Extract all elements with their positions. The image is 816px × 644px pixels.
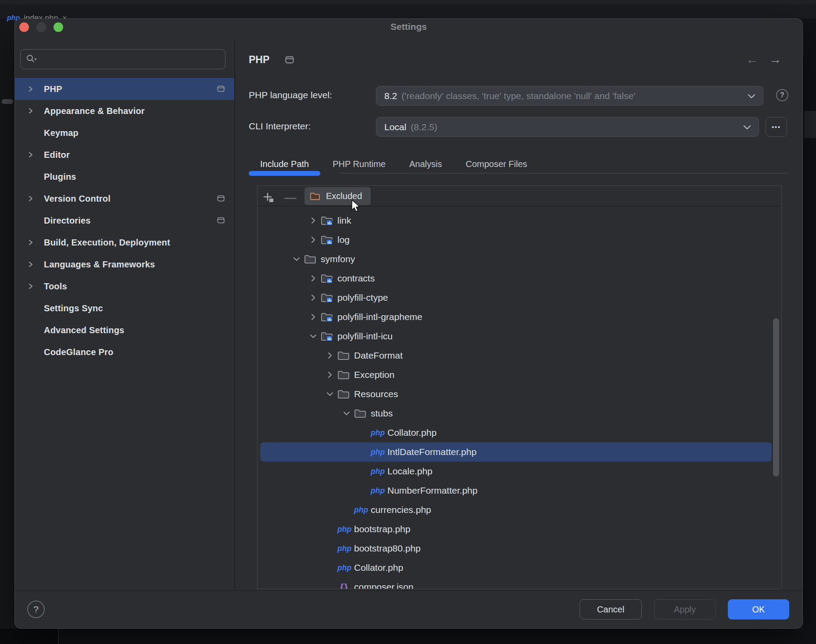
chevron-collapsed-icon[interactable] [308, 235, 318, 245]
cli-interpreter-more-button[interactable]: ••• [766, 117, 787, 137]
tree-row-link[interactable]: link [260, 211, 772, 230]
chevron-collapsed-icon[interactable] [325, 370, 335, 380]
chevron-collapsed-icon[interactable] [308, 216, 318, 225]
tree-row-polyfill-ctype[interactable]: polyfill-ctype [260, 288, 772, 307]
tree-row-composer-json[interactable]: { }composer.json [260, 577, 772, 589]
chevron-down-icon [747, 93, 756, 100]
chevron-collapsed-icon[interactable] [28, 283, 35, 290]
sidebar-item-advanced-settings[interactable]: Advanced Settings [14, 319, 234, 341]
chevron-collapsed-icon[interactable] [308, 274, 318, 283]
tree-row-polyfill-intl-icu[interactable]: polyfill-intl-icu [260, 327, 772, 346]
chevron-collapsed-icon[interactable] [28, 85, 35, 93]
search-icon [26, 54, 37, 65]
chevron-collapsed-icon[interactable] [28, 195, 35, 202]
apply-button[interactable]: Apply [654, 599, 716, 619]
tree-item-label: polyfill-ctype [337, 292, 388, 303]
sidebar-item-php[interactable]: PHP [14, 78, 234, 100]
chevron-collapsed-icon[interactable] [308, 293, 318, 302]
sidebar-item-label: Version Control [44, 194, 111, 204]
ok-button[interactable]: OK [728, 599, 789, 619]
dialog-title: Settings [14, 21, 803, 32]
tree-item-label: Locale.php [387, 466, 433, 477]
chevron-collapsed-icon[interactable] [28, 151, 35, 158]
tree-row-locale-php[interactable]: phpLocale.php [260, 462, 772, 481]
tree-row-polyfill-intl-grapheme[interactable]: polyfill-intl-grapheme [260, 307, 772, 327]
tree-row-exception[interactable]: Exception [260, 365, 772, 384]
remove-path-icon[interactable] [284, 198, 297, 199]
tree-row-resources[interactable]: Resources [260, 384, 772, 404]
php-file-icon: php [371, 467, 384, 476]
navigate-forward-icon[interactable]: → [769, 53, 781, 67]
sidebar-item-version-control[interactable]: Version Control [14, 188, 234, 210]
sidebar-item-editor[interactable]: Editor [14, 144, 234, 166]
tree-row-bootstrap80-php[interactable]: phpbootstrap80.php [260, 539, 772, 558]
add-path-icon[interactable] [262, 192, 275, 204]
chevron-collapsed-icon[interactable] [28, 239, 35, 246]
dialog-help-button[interactable]: ? [27, 601, 45, 618]
tab-include-path[interactable]: Include Path [260, 159, 309, 175]
tree-row-dateformat[interactable]: DateFormat [260, 346, 772, 365]
tree-scrollbar[interactable] [773, 318, 779, 477]
folder-icon [304, 254, 316, 264]
tree-item-label: polyfill-intl-icu [337, 331, 393, 342]
sidebar-item-label: Editor [44, 150, 70, 160]
tabs-baseline [339, 173, 789, 174]
sidebar-item-label: Languages & Frameworks [44, 260, 155, 270]
language-level-label: PHP language level: [249, 90, 332, 100]
help-icon[interactable]: ? [776, 89, 788, 101]
sidebar-item-keymap[interactable]: Keymap [14, 122, 234, 144]
tree-item-label: contracts [337, 273, 375, 284]
symlinked-folder-icon [321, 274, 333, 283]
php-file-icon: php [371, 448, 384, 457]
active-tab-underline [249, 171, 320, 176]
chevron-down-icon [743, 125, 752, 131]
language-level-value: 8.2 [384, 91, 397, 101]
chevron-collapsed-icon[interactable] [28, 261, 35, 268]
json-file-icon: { } [337, 582, 351, 590]
chevron-expanded-icon[interactable] [325, 389, 335, 399]
tree-row-numberformatter-php[interactable]: phpNumberFormatter.php [260, 481, 772, 500]
sidebar-item-directories[interactable]: Directories [14, 210, 234, 231]
chevron-expanded-icon[interactable] [308, 331, 318, 341]
tree-row-collator-php[interactable]: phpCollator.php [260, 558, 772, 577]
tree-row-intldateformatter-php[interactable]: phpIntlDateFormatter.php [260, 442, 772, 462]
sidebar-item-languages-frameworks[interactable]: Languages & Frameworks [14, 253, 234, 275]
chevron-collapsed-icon[interactable] [308, 312, 318, 322]
symlinked-folder-icon [321, 216, 333, 225]
tree-row-contracts[interactable]: contracts [260, 269, 772, 288]
tree-row-symfony[interactable]: symfony [260, 249, 772, 269]
tree-item-label: polyfill-intl-grapheme [337, 312, 422, 322]
sidebar-item-tools[interactable]: Tools [14, 275, 234, 297]
sidebar-item-codeglance-pro[interactable]: CodeGlance Pro [14, 341, 234, 363]
tree-row-currencies-php[interactable]: phpcurrencies.php [260, 500, 772, 519]
sidebar-item-plugins[interactable]: Plugins [14, 166, 234, 188]
tree-row-log[interactable]: log [260, 230, 772, 249]
sidebar-item-label: Tools [44, 281, 67, 292]
include-path-tree: link log symfony contracts polyfill-ctyp… [258, 211, 781, 589]
chevron-expanded-icon[interactable] [292, 254, 301, 264]
php-file-icon: php [337, 544, 351, 553]
sidebar-item-build-execution-deployment[interactable]: Build, Execution, Deployment [14, 231, 234, 253]
sidebar-item-appearance-behavior[interactable]: Appearance & Behavior [14, 100, 234, 122]
chevron-collapsed-icon[interactable] [28, 107, 35, 114]
symlinked-folder-icon [321, 293, 333, 302]
cancel-button[interactable]: Cancel [580, 599, 642, 619]
sidebar-item-settings-sync[interactable]: Settings Sync [14, 297, 234, 319]
settings-search-input[interactable] [20, 49, 225, 69]
chevron-collapsed-icon[interactable] [325, 351, 335, 360]
language-level-select[interactable]: 8.2 ('readonly' classes, 'true' type, st… [376, 86, 763, 106]
navigate-back-icon[interactable]: ← [746, 53, 758, 67]
php-file-icon: php [337, 525, 351, 534]
background-bottom-corner [0, 629, 58, 644]
machine-specific-setting-icon [217, 85, 225, 92]
tree-row-stubs[interactable]: stubs [260, 404, 772, 423]
screen: php index.php × Settings PHP Appearance … [0, 0, 816, 644]
language-level-hint: ('readonly' classes, 'true' type, standa… [401, 91, 635, 101]
cli-interpreter-label: CLI Interpreter: [249, 121, 311, 132]
tree-row-collator-php[interactable]: phpCollator.php [260, 423, 772, 442]
tree-row-bootstrap-php[interactable]: phpbootstrap.php [260, 519, 772, 539]
tree-item-label: composer.json [354, 582, 413, 589]
cli-interpreter-select[interactable]: Local (8.2.5) [376, 117, 759, 137]
cli-interpreter-value: Local [384, 122, 406, 132]
chevron-expanded-icon[interactable] [342, 409, 351, 418]
